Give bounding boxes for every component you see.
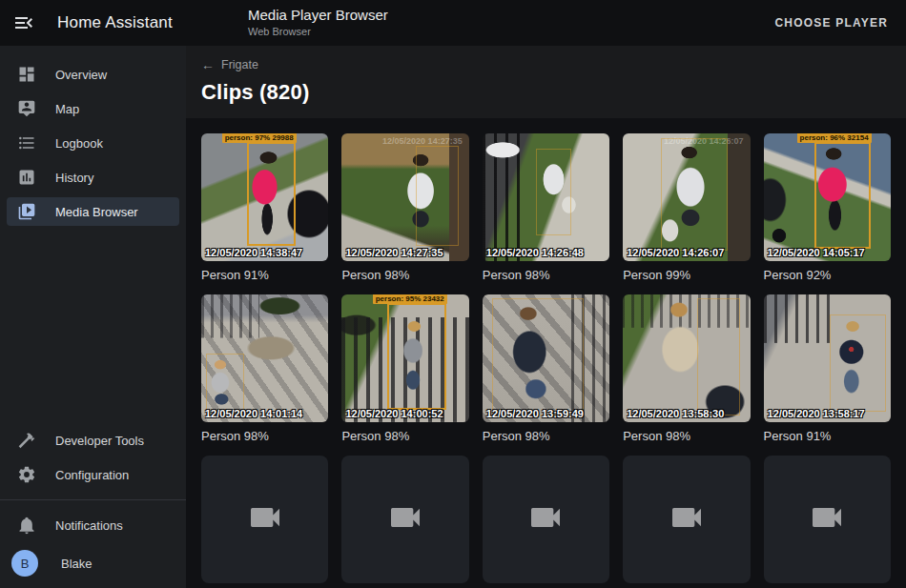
format-list-bulleted-icon <box>16 132 37 153</box>
clip-thumbnail: 12/05/2020 14:01:14 <box>201 294 328 422</box>
tooltip-account-icon <box>16 98 37 119</box>
clip-tile[interactable]: person: 95% 23432 12/05/2020 14:00:52 Pe… <box>341 294 468 443</box>
sidebar-item-media-browser[interactable]: Media Browser <box>7 197 179 226</box>
clip-timestamp: 12/05/2020 13:58:17 <box>768 408 865 419</box>
clip-thumbnail: 12/05/2020 13:59:49 <box>483 294 609 422</box>
detection-bbox <box>206 354 244 415</box>
sidebar-item-label: Overview <box>55 68 107 82</box>
sidebar-item-configuration[interactable]: Configuration <box>0 457 186 492</box>
clips-grid-area: person: 97% 29988 12/05/2020 14:38:47 Pe… <box>186 118 906 588</box>
folder-tile-back[interactable]: Back (427) <box>764 456 891 588</box>
clip-tile[interactable]: 12/05/2020 14:01:14 Person 98% <box>201 294 328 443</box>
clip-tile[interactable]: person: 96% 32154 12/05/2020 14:05:17 Pe… <box>764 133 891 282</box>
profile-name: Blake <box>61 557 93 571</box>
detection-bbox: person: 95% 23432 <box>387 303 445 409</box>
clip-timestamp: 12/05/2020 14:01:14 <box>205 408 302 419</box>
folder-thumbnail <box>764 456 891 583</box>
clip-caption: Person 98% <box>483 268 609 282</box>
sidebar: Overview Map Logbook History <box>0 46 186 588</box>
folder-thumbnail <box>623 456 750 583</box>
sidebar-item-profile[interactable]: B Blake <box>0 542 186 584</box>
clip-tile[interactable]: person: 97% 29988 12/05/2020 14:38:47 Pe… <box>201 133 328 282</box>
detection-bbox <box>661 138 727 251</box>
view-dashboard-icon <box>16 64 37 85</box>
detection-label: person: 96% 32154 <box>797 133 872 143</box>
sidebar-item-logbook[interactable]: Logbook <box>0 126 186 160</box>
detection-bbox <box>697 298 740 416</box>
clip-timestamp: 12/05/2020 14:38:47 <box>205 247 302 258</box>
clip-thumbnail: 12/05/2020 14:27:35 12/05/2020 14:27:35 <box>341 133 468 261</box>
sidebar-toggle-button[interactable] <box>12 11 35 34</box>
play-box-multiple-icon <box>16 201 37 222</box>
clip-tile[interactable]: 12/05/2020 13:58:30 Person 98% <box>623 294 750 443</box>
clip-timestamp: 12/05/2020 13:58:30 <box>627 408 724 419</box>
ghost-timestamp: 12/05/2020 14:27:35 <box>382 136 463 146</box>
sidebar-spacer <box>0 229 186 423</box>
clip-thumbnail: 12/05/2020 14:26:48 <box>483 133 609 261</box>
hammer-icon <box>16 430 37 451</box>
folder-tile-last-month[interactable]: Last Month (318) <box>623 456 750 588</box>
clip-tile[interactable]: 12/05/2020 13:59:49 Person 98% <box>483 294 609 443</box>
sidebar-item-label: Media Browser <box>55 205 138 219</box>
folder-tile-today[interactable]: Today (164) <box>201 456 328 588</box>
clip-caption: Person 91% <box>764 429 891 443</box>
clip-tile[interactable]: 12/05/2020 14:26:07 12/05/2020 14:26:07 … <box>623 133 750 282</box>
chart-box-icon <box>16 167 37 188</box>
clip-caption: Person 92% <box>764 268 891 282</box>
app-title: Home Assistant <box>57 0 173 46</box>
video-camera-icon <box>526 498 565 540</box>
clip-timestamp: 12/05/2020 14:27:35 <box>345 247 443 258</box>
detection-bbox <box>492 298 584 416</box>
detection-label: person: 97% 29988 <box>222 133 297 143</box>
folder-tile-yesterday[interactable]: Yesterday (209) <box>341 456 468 588</box>
clip-timestamp: 12/05/2020 14:05:17 <box>768 247 865 258</box>
detection-bbox: person: 97% 29988 <box>247 142 296 246</box>
breadcrumb-back[interactable]: ← Frigate <box>201 58 258 71</box>
clip-tile[interactable]: 12/05/2020 14:26:48 Person 98% <box>483 133 609 282</box>
clip-thumbnail: 12/05/2020 13:58:17 <box>764 294 891 422</box>
choose-player-button[interactable]: CHOOSE PLAYER <box>769 0 894 46</box>
sidebar-item-label: History <box>55 171 93 185</box>
media-player-subtitle: Web Browser <box>248 26 388 39</box>
page-title: Clips (820) <box>201 80 891 105</box>
video-camera-icon <box>668 498 706 540</box>
sidebar-item-label: Notifications <box>55 518 123 533</box>
detection-bbox: person: 96% 32154 <box>814 142 871 248</box>
menu-open-icon <box>12 23 35 37</box>
sidebar-item-notifications[interactable]: Notifications <box>0 508 186 542</box>
clip-caption: Person 98% <box>483 429 609 443</box>
detection-bbox <box>416 146 459 246</box>
clip-thumbnail: person: 96% 32154 12/05/2020 14:05:17 <box>764 133 891 261</box>
clip-timestamp: 12/05/2020 14:26:07 <box>627 247 724 258</box>
back-arrow-icon: ← <box>201 58 215 71</box>
sidebar-item-map[interactable]: Map <box>0 91 186 126</box>
sidebar-item-developer-tools[interactable]: Developer Tools <box>0 423 186 457</box>
bell-icon <box>16 515 37 536</box>
folder-thumbnail <box>483 456 609 583</box>
clip-caption: Person 98% <box>201 429 328 443</box>
clip-timestamp: 12/05/2020 14:00:52 <box>345 408 443 419</box>
detection-bbox <box>830 314 886 412</box>
clip-caption: Person 91% <box>201 268 328 282</box>
top-app-bar: Home Assistant Media Player Browser Web … <box>0 0 906 46</box>
folder-thumbnail <box>341 456 468 583</box>
clip-caption: Person 98% <box>341 268 468 282</box>
clip-thumbnail: person: 95% 23432 12/05/2020 14:00:52 <box>341 294 468 422</box>
clip-thumbnail: person: 97% 29988 12/05/2020 14:38:47 <box>201 133 328 261</box>
folder-tile-this-month[interactable]: This Month (502) <box>483 456 609 588</box>
sidebar-item-history[interactable]: History <box>0 160 186 194</box>
clip-timestamp: 12/05/2020 13:59:49 <box>486 408 584 419</box>
clip-tile[interactable]: 12/05/2020 14:27:35 12/05/2020 14:27:35 … <box>341 133 468 282</box>
sidebar-divider <box>0 499 186 500</box>
clip-timestamp: 12/05/2020 14:26:48 <box>486 247 584 258</box>
cog-icon <box>16 464 37 485</box>
app-window: Home Assistant Media Player Browser Web … <box>0 0 906 588</box>
clip-thumbnail: 12/05/2020 14:26:07 12/05/2020 14:26:07 <box>623 133 750 261</box>
media-browser-content: ← Frigate Clips (820) person: 97% 29988 … <box>186 46 906 588</box>
sidebar-item-overview[interactable]: Overview <box>0 57 186 91</box>
clip-caption: Person 98% <box>341 429 468 443</box>
breadcrumb-label: Frigate <box>221 58 258 71</box>
folder-thumbnail <box>201 456 328 583</box>
sidebar-item-label: Map <box>55 102 79 116</box>
clip-tile[interactable]: 12/05/2020 13:58:17 Person 91% <box>764 294 891 443</box>
